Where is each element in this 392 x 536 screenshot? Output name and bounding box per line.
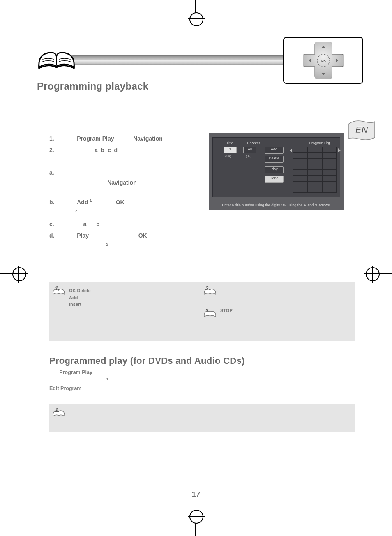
ss-th: C (328, 142, 330, 146)
ss-chapter-input[interactable]: All (243, 147, 256, 153)
step-label: a (83, 221, 87, 227)
ss-help-text: Enter a title number using the digits OR… (209, 203, 344, 207)
tip-label: STOP (220, 308, 233, 313)
step-b: b. Add 1 OK (49, 198, 201, 207)
steps-list: 1. Program Play Navigation 2. a b c d a. (49, 134, 201, 251)
step-label: a b c d (95, 147, 118, 153)
language-tab: EN (348, 119, 376, 141)
step-a: a. (49, 169, 201, 178)
tip-icon: 3. (203, 307, 217, 319)
page-title: Programming playback (37, 81, 148, 92)
tip-label: Insert (69, 302, 81, 307)
para-label: Edit Program (49, 386, 82, 391)
tip-box-section2: 1. (49, 404, 355, 432)
ss-chapter-label: Chapter (247, 141, 260, 145)
svg-text:2.: 2. (205, 285, 210, 291)
triangle-right-icon (338, 148, 341, 152)
step-label: OK (138, 232, 147, 239)
page-content: 1. Program Play Navigation 2. a b c d a. (49, 134, 351, 253)
step-number: b. (49, 198, 66, 207)
svg-text:1.: 1. (55, 407, 60, 413)
step-label: Navigation (133, 135, 163, 142)
section-paragraph: Program Play 1 Edit Program (49, 369, 351, 392)
tip-box-1: 1. OK Delete Add Insert (49, 282, 214, 341)
svg-text:1.: 1. (55, 285, 60, 291)
section-heading: Programmed play (for DVDs and Audio CDs) (49, 356, 351, 366)
tip-icon: 2. (203, 285, 217, 296)
step-label: Program Play (77, 135, 114, 142)
step-number: c. (49, 220, 66, 229)
superscript: 1 (90, 199, 92, 203)
step-number: 1. (49, 134, 66, 143)
tip-label: Add (69, 295, 78, 300)
ss-program-table (293, 147, 337, 193)
ss-title-label: Title (226, 141, 233, 145)
ss-done-button[interactable]: Done (265, 176, 284, 183)
step-label: Add (77, 199, 88, 206)
tip-box-2-3: 2. 3. STOP (201, 282, 355, 341)
triangle-left-icon (290, 148, 292, 152)
ss-th: T (299, 142, 301, 146)
svg-text:EN: EN (355, 125, 369, 135)
step-2: 2. a b c d (49, 146, 201, 155)
ss-table-header: T ∧ C (293, 142, 337, 146)
book-icon (37, 41, 76, 76)
tip-icon: 1. (52, 285, 66, 296)
step-d-line2: 2 (49, 242, 201, 251)
step-label: Play (77, 232, 89, 239)
page-number: 17 (0, 490, 392, 499)
ss-title-input[interactable]: 1 (224, 147, 237, 153)
step-label: OK (116, 199, 125, 206)
ss-th: ∧ (314, 142, 316, 146)
ss-add-button[interactable]: Add (265, 147, 284, 154)
tip-label: Delete (77, 288, 91, 293)
ss-title-count: (24) (225, 154, 231, 158)
tip-icon: 1. (52, 407, 66, 418)
svg-text:3.: 3. (205, 307, 210, 314)
step-1: 1. Program Play Navigation (49, 134, 201, 143)
section-programmed-play: Programmed play (for DVDs and Audio CDs)… (49, 356, 351, 392)
step-number: 2. (49, 146, 66, 155)
trim-mark (21, 18, 21, 32)
program-play-screenshot: Title Chapter Program List 1 All (24) (3… (209, 133, 344, 210)
tip-label: OK (69, 288, 76, 293)
step-number: a. (49, 169, 66, 178)
step-label: Navigation (107, 179, 137, 186)
step-c: c. a b (49, 220, 201, 229)
para-label: Program Play (59, 370, 92, 375)
superscript: 2 (106, 243, 108, 247)
step-number: d. (49, 231, 66, 240)
step-a-line2: Navigation (49, 178, 201, 187)
page-header: OK Programming playback (29, 45, 363, 99)
step-b-line2: 2 (49, 208, 201, 217)
trim-mark (371, 18, 371, 32)
ss-play-button[interactable]: Play (265, 166, 284, 173)
superscript: 2 (75, 209, 77, 213)
dpad-illustration: OK (283, 37, 363, 84)
step-label: b (96, 221, 100, 227)
svg-text:OK: OK (321, 59, 326, 62)
ss-chapter-count: (32) (246, 154, 251, 158)
superscript: 1 (106, 377, 108, 381)
ss-delete-button[interactable]: Delete (265, 156, 284, 163)
step-d: d. Play OK (49, 231, 201, 240)
